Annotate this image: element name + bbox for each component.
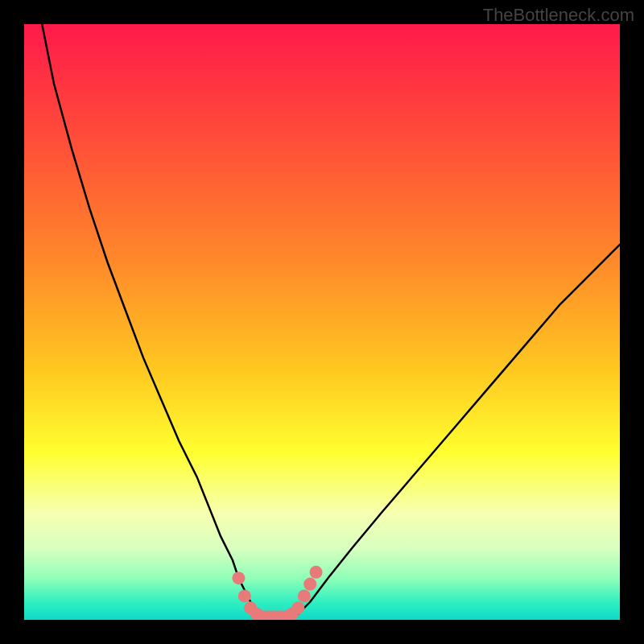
watermark-text: TheBottleneck.com — [483, 5, 634, 26]
chart-frame — [24, 24, 620, 620]
marker-point — [291, 601, 304, 614]
bottleneck-chart — [24, 24, 620, 620]
gradient-background — [24, 24, 620, 620]
marker-point — [298, 589, 311, 602]
marker-point — [238, 589, 251, 602]
marker-point — [310, 566, 323, 579]
marker-point — [232, 572, 245, 584]
marker-point — [303, 578, 316, 591]
